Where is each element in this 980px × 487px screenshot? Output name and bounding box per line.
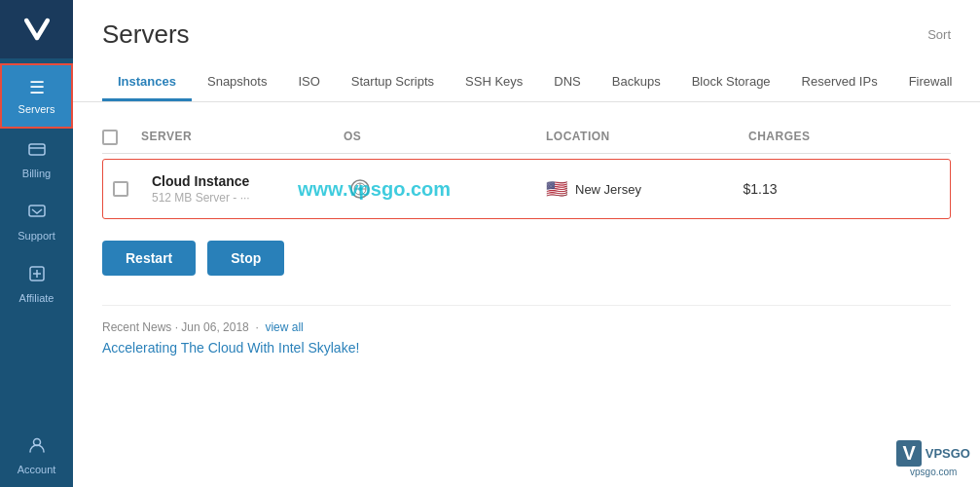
tab-firewall[interactable]: Firewall [893,64,968,101]
servers-icon: ☰ [29,77,45,98]
wm-logo-v: V [896,440,921,467]
col-charges: Charges [748,130,951,145]
location-name: New Jersey [575,182,641,197]
support-icon [28,203,46,225]
action-buttons: Restart Stop [102,241,951,276]
billing-icon [28,140,46,163]
sidebar-item-billing[interactable]: Billing [0,129,73,191]
col-server: Server [141,130,344,145]
sidebar-item-support-label: Support [18,230,55,242]
tab-startup-scripts[interactable]: Startup Scripts [336,64,450,101]
sidebar-item-servers-label: Servers [18,103,55,115]
sidebar-item-support[interactable]: Support [0,191,73,253]
col-location: Location [546,130,748,145]
main-content: Servers Sort Instances Snapshots ISO Sta… [73,0,980,487]
svg-point-10 [358,187,362,191]
sidebar-item-account-label: Account [18,464,56,475]
row-checkbox[interactable] [113,181,128,197]
charges-cell: $1.13 [744,181,941,197]
select-all-checkbox[interactable] [102,130,118,145]
tab-ssh-keys[interactable]: SSH Keys [450,64,538,101]
page-header: Servers Sort [73,0,980,64]
sort-label: Sort [927,19,951,42]
logo [0,0,73,58]
news-section: Recent News · Jun 06, 2018 · view all Ac… [102,305,951,356]
svg-rect-2 [29,206,45,216]
col-checkbox [102,130,141,145]
os-icon [349,178,371,200]
tab-iso[interactable]: ISO [282,64,335,101]
account-icon [28,436,46,459]
sidebar-item-servers[interactable]: ☰ Servers [0,63,73,129]
stop-button[interactable]: Stop [207,241,284,276]
server-name: Cloud Instance [152,173,349,189]
server-sub: 512 MB Server - ··· [152,191,349,205]
sidebar-item-affiliate-label: Affiliate [19,292,54,304]
page-title: Servers [102,19,190,50]
sidebar: ☰ Servers Billing Support Af [0,0,73,487]
location-cell: 🇺🇸 New Jersey [546,178,744,200]
view-all-link[interactable]: view all [265,320,303,334]
vpsgo-watermark: V VPSGO vpsgo.com [896,440,970,477]
tab-snapshots[interactable]: Snapshots [192,64,282,101]
tab-bar: Instances Snapshots ISO Startup Scripts … [73,64,980,102]
wm-brand-text: VPSGO [926,446,970,462]
news-meta: Recent News · Jun 06, 2018 · view all [102,320,951,334]
server-cell: Cloud Instance 512 MB Server - ··· [152,173,349,205]
tab-dns[interactable]: DNS [538,64,596,101]
restart-button[interactable]: Restart [102,241,196,276]
tab-instances[interactable]: Instances [102,64,192,101]
affiliate-icon [28,265,46,287]
os-cell: www.vpsgo.com [349,178,547,200]
content-area: Server OS Location Charges Cloud Instanc… [73,102,980,487]
table-header: Server OS Location Charges [102,122,951,154]
wm-url-text: vpsgo.com [896,467,970,477]
sidebar-item-account[interactable]: Account [0,425,73,487]
tab-reserved-ips[interactable]: Reserved IPs [786,64,893,101]
col-os: OS [344,130,546,145]
sidebar-item-affiliate[interactable]: Affiliate [0,253,73,316]
table-row[interactable]: Cloud Instance 512 MB Server - ··· www.v… [102,159,951,219]
sidebar-item-billing-label: Billing [22,168,51,179]
news-title-link[interactable]: Accelerating The Cloud With Intel Skylak… [102,340,359,356]
svg-rect-0 [29,144,45,155]
tab-backups[interactable]: Backups [597,64,676,101]
flag-icon: 🇺🇸 [546,178,567,200]
row-checkbox-cell [113,181,152,197]
tab-block-storage[interactable]: Block Storage [676,64,786,101]
